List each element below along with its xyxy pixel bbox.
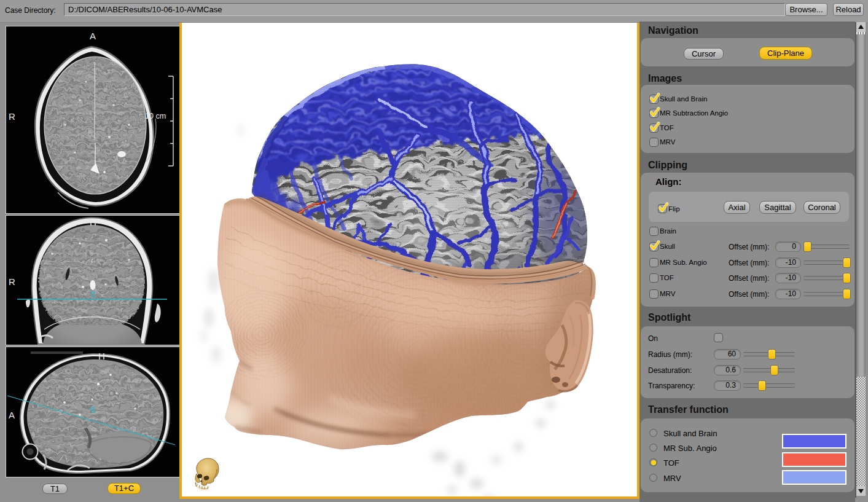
svg-text:A: A [9,410,15,420]
svg-text:10 cm: 10 cm [145,112,166,120]
svg-text:R: R [9,111,15,122]
svg-text:R: R [9,276,15,287]
svg-text:H: H [90,217,96,227]
svg-text:H: H [98,351,105,361]
svg-text:A: A [90,31,96,41]
